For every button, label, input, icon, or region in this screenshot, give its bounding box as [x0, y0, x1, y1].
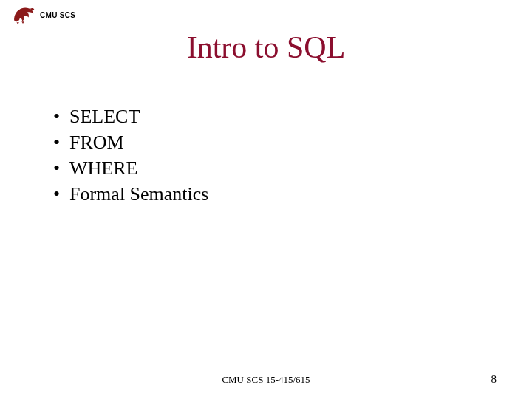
slide-title: Intro to SQL	[0, 30, 532, 65]
bullet-text: FROM	[69, 129, 124, 155]
bullet-icon: •	[53, 103, 69, 129]
bullet-icon: •	[53, 155, 69, 181]
slide: CMU SCS Intro to SQL •SELECT •FROM •WHER…	[0, 0, 532, 399]
list-item: •FROM	[53, 129, 208, 155]
bullet-icon: •	[53, 129, 69, 155]
bullet-text: Formal Semantics	[69, 181, 208, 207]
bullet-text: SELECT	[69, 103, 140, 129]
slide-header: CMU SCS	[10, 4, 75, 25]
footer-course-label: CMU SCS 15-415/615	[0, 374, 532, 386]
header-org-label: CMU SCS	[40, 11, 75, 19]
page-number: 8	[491, 373, 497, 386]
list-item: •Formal Semantics	[53, 181, 208, 207]
bullet-text: WHERE	[69, 155, 137, 181]
griffin-logo-icon	[10, 4, 35, 25]
list-item: •WHERE	[53, 155, 208, 181]
list-item: •SELECT	[53, 103, 208, 129]
bullet-list: •SELECT •FROM •WHERE •Formal Semantics	[53, 103, 208, 207]
bullet-icon: •	[53, 181, 69, 207]
